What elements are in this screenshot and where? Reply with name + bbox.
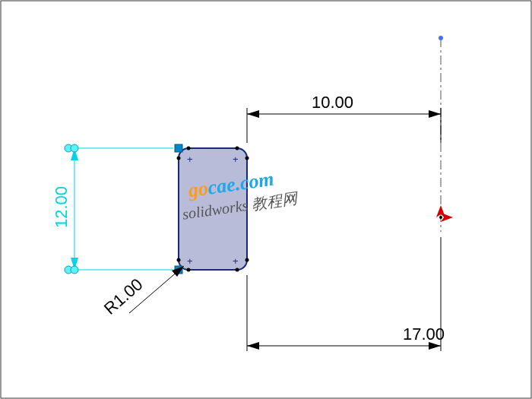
origin-marker [436,205,453,222]
constraint-mark: + [233,154,239,165]
sketch-point[interactable] [177,258,181,262]
sketch-point[interactable] [187,147,191,150]
dimension-value: 17.00 [403,325,445,344]
grip[interactable] [175,144,182,152]
dimension-top[interactable]: 10.00 [247,93,441,143]
sketch-point[interactable] [187,268,191,272]
sketch-point[interactable] [245,258,249,262]
grip-selected[interactable] [71,266,78,274]
dimension-value: R1.00 [100,274,147,318]
sketch-point[interactable] [177,157,181,160]
dimension-value: 10.00 [312,93,353,112]
svg-marker-11 [247,342,259,350]
dimension-bottom[interactable]: 17.00 [247,237,445,351]
sketch-point[interactable] [236,147,239,150]
constraint-mark: + [187,255,193,267]
sketch-canvas[interactable]: + + + + 10.00 17.00 [0,0,532,399]
dimension-value: 12.00 [52,186,71,228]
sketch-point[interactable] [245,157,249,160]
grip-selected[interactable] [71,144,78,152]
centerline-endpoint-top [439,36,443,40]
svg-marker-7 [429,110,441,118]
constraint-mark: + [187,154,193,165]
dimension-radius[interactable]: R1.00 [100,266,184,318]
dimension-left-selected[interactable]: 12.00 [52,144,173,274]
svg-point-2 [439,216,442,219]
sketch-point[interactable] [236,268,239,272]
svg-marker-6 [247,110,259,118]
constraint-mark: + [233,255,239,267]
